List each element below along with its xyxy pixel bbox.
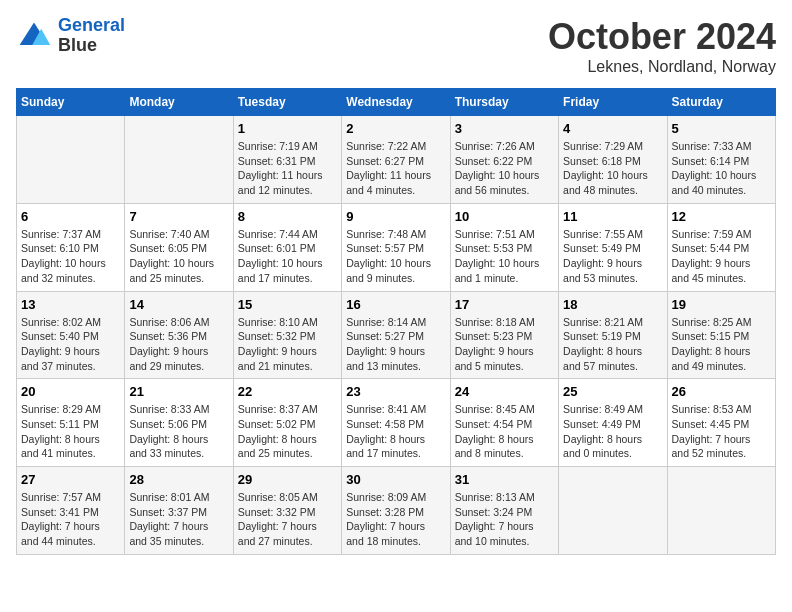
calendar-cell: 15Sunrise: 8:10 AM Sunset: 5:32 PM Dayli… (233, 291, 341, 379)
day-number: 8 (238, 209, 337, 224)
day-info: Sunrise: 7:40 AM Sunset: 6:05 PM Dayligh… (129, 227, 228, 286)
day-info: Sunrise: 8:29 AM Sunset: 5:11 PM Dayligh… (21, 402, 120, 461)
day-number: 24 (455, 384, 554, 399)
day-number: 26 (672, 384, 771, 399)
day-number: 17 (455, 297, 554, 312)
weekday-header-saturday: Saturday (667, 89, 775, 116)
day-number: 23 (346, 384, 445, 399)
day-number: 16 (346, 297, 445, 312)
day-number: 14 (129, 297, 228, 312)
day-number: 15 (238, 297, 337, 312)
weekday-header-friday: Friday (559, 89, 667, 116)
calendar-cell: 9Sunrise: 7:48 AM Sunset: 5:57 PM Daylig… (342, 203, 450, 291)
calendar-cell: 14Sunrise: 8:06 AM Sunset: 5:36 PM Dayli… (125, 291, 233, 379)
calendar-cell: 28Sunrise: 8:01 AM Sunset: 3:37 PM Dayli… (125, 467, 233, 555)
calendar-cell (667, 467, 775, 555)
calendar-table: SundayMondayTuesdayWednesdayThursdayFrid… (16, 88, 776, 555)
calendar-cell: 8Sunrise: 7:44 AM Sunset: 6:01 PM Daylig… (233, 203, 341, 291)
calendar-week-row: 20Sunrise: 8:29 AM Sunset: 5:11 PM Dayli… (17, 379, 776, 467)
calendar-cell: 18Sunrise: 8:21 AM Sunset: 5:19 PM Dayli… (559, 291, 667, 379)
weekday-header-row: SundayMondayTuesdayWednesdayThursdayFrid… (17, 89, 776, 116)
calendar-cell: 21Sunrise: 8:33 AM Sunset: 5:06 PM Dayli… (125, 379, 233, 467)
calendar-cell: 29Sunrise: 8:05 AM Sunset: 3:32 PM Dayli… (233, 467, 341, 555)
day-info: Sunrise: 7:48 AM Sunset: 5:57 PM Dayligh… (346, 227, 445, 286)
calendar-cell: 7Sunrise: 7:40 AM Sunset: 6:05 PM Daylig… (125, 203, 233, 291)
calendar-cell: 3Sunrise: 7:26 AM Sunset: 6:22 PM Daylig… (450, 116, 558, 204)
day-number: 6 (21, 209, 120, 224)
weekday-header-wednesday: Wednesday (342, 89, 450, 116)
calendar-cell: 6Sunrise: 7:37 AM Sunset: 6:10 PM Daylig… (17, 203, 125, 291)
calendar-cell: 17Sunrise: 8:18 AM Sunset: 5:23 PM Dayli… (450, 291, 558, 379)
day-info: Sunrise: 8:49 AM Sunset: 4:49 PM Dayligh… (563, 402, 662, 461)
day-info: Sunrise: 7:37 AM Sunset: 6:10 PM Dayligh… (21, 227, 120, 286)
calendar-cell: 16Sunrise: 8:14 AM Sunset: 5:27 PM Dayli… (342, 291, 450, 379)
weekday-header-thursday: Thursday (450, 89, 558, 116)
day-number: 20 (21, 384, 120, 399)
calendar-cell: 2Sunrise: 7:22 AM Sunset: 6:27 PM Daylig… (342, 116, 450, 204)
calendar-cell (559, 467, 667, 555)
day-info: Sunrise: 7:26 AM Sunset: 6:22 PM Dayligh… (455, 139, 554, 198)
day-number: 7 (129, 209, 228, 224)
day-number: 25 (563, 384, 662, 399)
calendar-week-row: 13Sunrise: 8:02 AM Sunset: 5:40 PM Dayli… (17, 291, 776, 379)
calendar-cell (17, 116, 125, 204)
day-number: 9 (346, 209, 445, 224)
day-info: Sunrise: 7:29 AM Sunset: 6:18 PM Dayligh… (563, 139, 662, 198)
day-info: Sunrise: 8:10 AM Sunset: 5:32 PM Dayligh… (238, 315, 337, 374)
day-info: Sunrise: 8:05 AM Sunset: 3:32 PM Dayligh… (238, 490, 337, 549)
calendar-cell: 13Sunrise: 8:02 AM Sunset: 5:40 PM Dayli… (17, 291, 125, 379)
location-title: Leknes, Nordland, Norway (548, 58, 776, 76)
day-number: 22 (238, 384, 337, 399)
calendar-cell: 10Sunrise: 7:51 AM Sunset: 5:53 PM Dayli… (450, 203, 558, 291)
logo-text: General Blue (58, 16, 125, 56)
day-info: Sunrise: 7:22 AM Sunset: 6:27 PM Dayligh… (346, 139, 445, 198)
day-info: Sunrise: 7:55 AM Sunset: 5:49 PM Dayligh… (563, 227, 662, 286)
calendar-cell: 25Sunrise: 8:49 AM Sunset: 4:49 PM Dayli… (559, 379, 667, 467)
calendar-cell: 5Sunrise: 7:33 AM Sunset: 6:14 PM Daylig… (667, 116, 775, 204)
day-number: 1 (238, 121, 337, 136)
weekday-header-tuesday: Tuesday (233, 89, 341, 116)
day-info: Sunrise: 8:14 AM Sunset: 5:27 PM Dayligh… (346, 315, 445, 374)
title-section: October 2024 Leknes, Nordland, Norway (548, 16, 776, 76)
day-info: Sunrise: 8:09 AM Sunset: 3:28 PM Dayligh… (346, 490, 445, 549)
day-number: 10 (455, 209, 554, 224)
day-number: 12 (672, 209, 771, 224)
day-info: Sunrise: 8:33 AM Sunset: 5:06 PM Dayligh… (129, 402, 228, 461)
calendar-cell: 12Sunrise: 7:59 AM Sunset: 5:44 PM Dayli… (667, 203, 775, 291)
day-number: 13 (21, 297, 120, 312)
day-info: Sunrise: 7:57 AM Sunset: 3:41 PM Dayligh… (21, 490, 120, 549)
calendar-cell: 23Sunrise: 8:41 AM Sunset: 4:58 PM Dayli… (342, 379, 450, 467)
day-info: Sunrise: 8:13 AM Sunset: 3:24 PM Dayligh… (455, 490, 554, 549)
day-number: 29 (238, 472, 337, 487)
day-info: Sunrise: 8:25 AM Sunset: 5:15 PM Dayligh… (672, 315, 771, 374)
calendar-cell: 22Sunrise: 8:37 AM Sunset: 5:02 PM Dayli… (233, 379, 341, 467)
calendar-cell: 24Sunrise: 8:45 AM Sunset: 4:54 PM Dayli… (450, 379, 558, 467)
calendar-cell: 30Sunrise: 8:09 AM Sunset: 3:28 PM Dayli… (342, 467, 450, 555)
weekday-header-monday: Monday (125, 89, 233, 116)
weekday-header-sunday: Sunday (17, 89, 125, 116)
day-info: Sunrise: 7:51 AM Sunset: 5:53 PM Dayligh… (455, 227, 554, 286)
day-info: Sunrise: 8:18 AM Sunset: 5:23 PM Dayligh… (455, 315, 554, 374)
day-number: 5 (672, 121, 771, 136)
day-info: Sunrise: 8:41 AM Sunset: 4:58 PM Dayligh… (346, 402, 445, 461)
day-number: 28 (129, 472, 228, 487)
calendar-cell: 1Sunrise: 7:19 AM Sunset: 6:31 PM Daylig… (233, 116, 341, 204)
calendar-week-row: 6Sunrise: 7:37 AM Sunset: 6:10 PM Daylig… (17, 203, 776, 291)
calendar-cell (125, 116, 233, 204)
calendar-week-row: 1Sunrise: 7:19 AM Sunset: 6:31 PM Daylig… (17, 116, 776, 204)
day-number: 3 (455, 121, 554, 136)
day-info: Sunrise: 7:19 AM Sunset: 6:31 PM Dayligh… (238, 139, 337, 198)
day-number: 21 (129, 384, 228, 399)
logo-line2: Blue (58, 36, 125, 56)
calendar-cell: 4Sunrise: 7:29 AM Sunset: 6:18 PM Daylig… (559, 116, 667, 204)
calendar-cell: 26Sunrise: 8:53 AM Sunset: 4:45 PM Dayli… (667, 379, 775, 467)
day-info: Sunrise: 8:45 AM Sunset: 4:54 PM Dayligh… (455, 402, 554, 461)
day-number: 27 (21, 472, 120, 487)
day-number: 11 (563, 209, 662, 224)
calendar-cell: 31Sunrise: 8:13 AM Sunset: 3:24 PM Dayli… (450, 467, 558, 555)
logo: General Blue (16, 16, 125, 56)
day-info: Sunrise: 8:06 AM Sunset: 5:36 PM Dayligh… (129, 315, 228, 374)
page-header: General Blue October 2024 Leknes, Nordla… (16, 16, 776, 76)
logo-line1: General (58, 15, 125, 35)
day-info: Sunrise: 8:37 AM Sunset: 5:02 PM Dayligh… (238, 402, 337, 461)
